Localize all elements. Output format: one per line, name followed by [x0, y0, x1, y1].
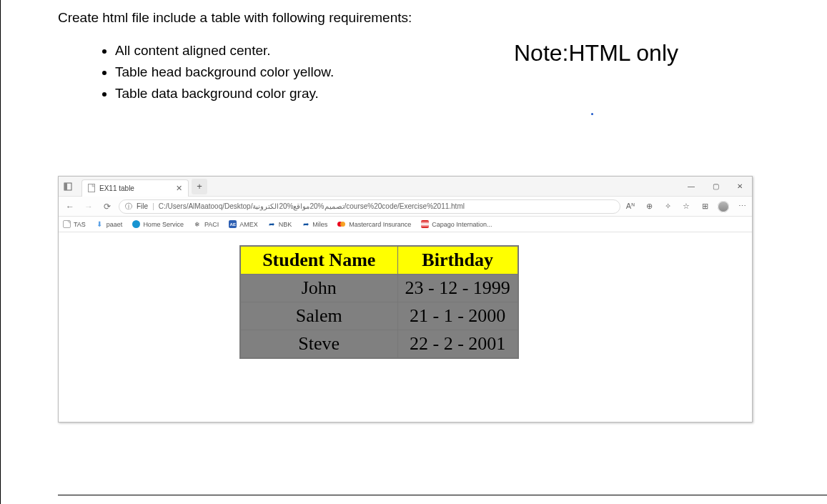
refresh-button[interactable]: ⟳ [100, 199, 114, 214]
minimize-button[interactable]: — [679, 177, 703, 197]
bookmark-label: Mastercard Insurance [349, 221, 411, 228]
bookmarks-bar: TAS ⬇paaet Home Service ❄PACI AEAMEX ➦NB… [59, 217, 752, 232]
bookmark-item[interactable]: ❄PACI [194, 220, 219, 228]
close-button[interactable]: ✕ [728, 177, 752, 197]
cell-name: Salem [240, 302, 397, 330]
bookmark-label: Miles [312, 221, 327, 228]
bookmark-item[interactable]: TAS [63, 220, 86, 228]
snowflake-icon: ❄ [194, 220, 202, 228]
info-icon: ⓘ [125, 202, 132, 212]
table-row: Steve 22 - 2 - 2001 [240, 330, 518, 359]
title-bar: EX11 table ✕ + — ▢ ✕ [59, 177, 752, 197]
bookmark-item[interactable]: ➦NBK [268, 220, 292, 228]
cell-birthday: 21 - 1 - 2000 [397, 302, 518, 330]
table-row: John 23 - 12 - 1999 [240, 275, 518, 302]
bookmark-label: paaet [107, 221, 123, 228]
mastercard-icon [337, 220, 346, 228]
cell-birthday: 22 - 2 - 2001 [397, 330, 518, 359]
bookmark-item[interactable]: AEAMEX [229, 220, 258, 228]
bookmark-label: TAS [74, 221, 86, 228]
table-header-row: Student Name Birthday [240, 246, 518, 275]
back-button[interactable]: ← [63, 199, 77, 214]
svg-rect-2 [89, 184, 95, 192]
favorites-icon[interactable]: ☆ [680, 201, 692, 212]
forward-button[interactable]: → [81, 199, 96, 214]
instruction-title: Create html file include a table with fo… [58, 10, 827, 26]
cell-name: Steve [240, 330, 397, 359]
zoom-icon[interactable]: ⊕ [643, 201, 655, 212]
bookmark-item[interactable]: ➦Miles [302, 220, 327, 228]
cell-name: John [240, 275, 397, 302]
th-birthday: Birthday [397, 246, 518, 275]
url-input[interactable]: ⓘ File | C:/Users/AlMaatooq/Desktop/تصمي… [119, 199, 620, 214]
cursor-dot [591, 113, 593, 115]
read-aloud-icon[interactable]: Aᴺ [625, 201, 636, 212]
flag-icon [421, 220, 429, 228]
bookmark-item[interactable]: Home Service [132, 220, 184, 228]
bookmark-label: PACI [204, 221, 219, 228]
collections-icon[interactable]: ⊞ [699, 201, 710, 212]
browser-window: EX11 table ✕ + — ▢ ✕ ← → ⟳ ⓘ File | C:/U… [58, 176, 753, 423]
amex-icon: AE [229, 220, 237, 228]
page-icon [63, 220, 71, 228]
note-label: Note:HTML only [514, 40, 678, 66]
new-tab-button[interactable]: + [192, 179, 207, 194]
download-icon: ⬇ [96, 220, 104, 228]
bookmark-item[interactable]: Capago Internation... [421, 220, 492, 228]
students-table: Student Name Birthday John 23 - 12 - 199… [239, 245, 519, 359]
bookmark-item[interactable]: ⬇paaet [96, 220, 123, 228]
profile-avatar[interactable] [718, 201, 729, 212]
document-page: Create html file include a table with fo… [0, 0, 827, 504]
page-content: Student Name Birthday John 23 - 12 - 199… [59, 232, 752, 422]
instruction-item: All content aligned center. [115, 43, 827, 59]
tab-title: EX11 table [99, 184, 172, 192]
arrow-icon: ➦ [302, 220, 309, 228]
maximize-button[interactable]: ▢ [703, 177, 728, 197]
bookmark-label: Home Service [143, 221, 184, 228]
instruction-item: Table head background color yellow. [115, 64, 827, 80]
instruction-item: Table data background color gray. [115, 86, 827, 102]
toolbar-right: Aᴺ ⊕ ✧ ☆ ⊞ ⋯ [625, 201, 748, 212]
address-bar: ← → ⟳ ⓘ File | C:/Users/AlMaatooq/Deskto… [59, 197, 752, 217]
cell-birthday: 23 - 12 - 1999 [397, 275, 518, 302]
shopping-icon[interactable]: ✧ [662, 201, 673, 212]
bookmark-label: NBK [279, 221, 292, 228]
instruction-list: All content aligned center. Table head b… [86, 43, 827, 102]
url-separator: | [152, 202, 154, 210]
arrow-icon: ➦ [268, 220, 276, 228]
url-scheme: File [137, 202, 148, 210]
url-path: C:/Users/AlMaatooq/Desktop/تصميم%20مواقع… [159, 202, 465, 210]
th-name: Student Name [240, 246, 397, 275]
browser-tab[interactable]: EX11 table ✕ [81, 179, 189, 197]
bookmark-label: Capago Internation... [432, 221, 492, 228]
table-row: Salem 21 - 1 - 2000 [240, 302, 518, 330]
menu-icon[interactable]: ⋯ [736, 201, 748, 212]
window-controls: — ▢ ✕ [679, 177, 752, 197]
bookmark-label: AMEX [239, 221, 258, 228]
circle-icon [132, 220, 140, 228]
bookmark-item[interactable]: Mastercard Insurance [337, 220, 411, 228]
svg-rect-1 [64, 183, 67, 190]
close-icon[interactable]: ✕ [176, 184, 182, 193]
tab-actions-icon[interactable] [59, 177, 77, 196]
page-icon [88, 184, 95, 192]
